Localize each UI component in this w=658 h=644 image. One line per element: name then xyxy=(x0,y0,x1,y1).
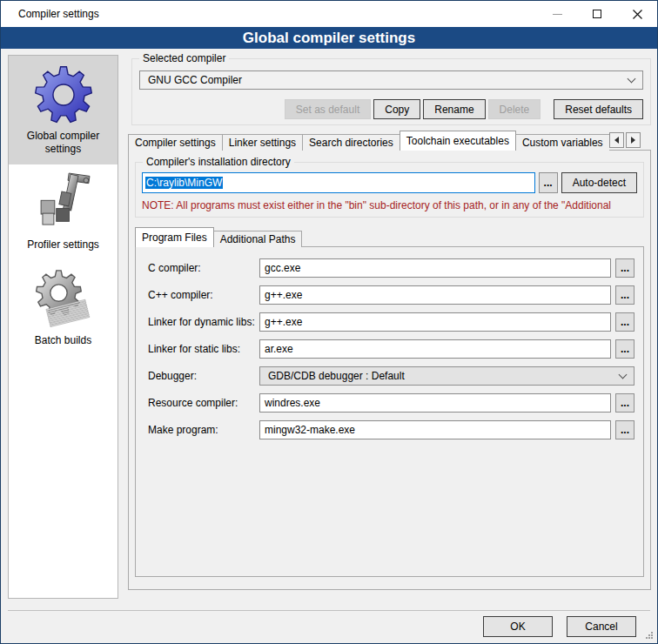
rename-button[interactable]: Rename xyxy=(423,99,485,119)
field-input-cpp-compiler[interactable]: g++.exe xyxy=(259,285,611,305)
ok-button[interactable]: OK xyxy=(483,616,553,637)
settings-tabbar: Compiler settingsLinker settingsSearch d… xyxy=(128,131,651,151)
install-dir-group: Compiler's installation directory C:\ray… xyxy=(135,162,644,218)
tab-scroll-right-button[interactable] xyxy=(626,132,641,148)
field-row-debugger: Debugger:GDB/CDB debugger : Default xyxy=(148,366,634,386)
minimize-icon xyxy=(553,14,562,15)
field-label: Resource compiler: xyxy=(148,397,259,409)
minimize-button[interactable] xyxy=(537,1,577,27)
browse-button[interactable]: ... xyxy=(615,285,634,305)
tab-toolchain-executables[interactable]: Toolchain executables xyxy=(400,131,516,151)
field-label: C compiler: xyxy=(148,262,259,274)
field-label: Linker for static libs: xyxy=(148,343,259,355)
maximize-icon xyxy=(593,10,601,18)
arrow-right-icon xyxy=(631,137,635,144)
browse-button[interactable]: ... xyxy=(615,420,634,439)
sidebar-item-global-compiler-settings[interactable]: Global compiler settings xyxy=(9,56,118,164)
browse-button[interactable]: ... xyxy=(615,393,634,413)
browse-button[interactable]: ... xyxy=(615,258,634,278)
window-title: Compiler settings xyxy=(1,8,99,20)
tab-linker-settings[interactable]: Linker settings xyxy=(222,134,303,151)
field-label: Debugger: xyxy=(148,370,259,382)
tab-scroll-left-button[interactable] xyxy=(609,132,624,148)
maximize-button[interactable] xyxy=(577,1,617,27)
browse-button[interactable]: ... xyxy=(615,339,634,359)
program-files-panel: C compiler:gcc.exe...C++ compiler:g++.ex… xyxy=(135,246,644,577)
field-label: Linker for dynamic libs: xyxy=(148,316,259,328)
sidebar-item-profiler-settings[interactable]: Profiler settings xyxy=(9,164,118,260)
field-row-linker-dynamic: Linker for dynamic libs:g++.exe... xyxy=(148,312,634,332)
install-dir-browse-button[interactable]: ... xyxy=(539,172,558,193)
tab-additional-paths[interactable]: Additional Paths xyxy=(213,231,303,247)
sidebar: Global compiler settings Profiler settin… xyxy=(8,55,118,599)
page-title: Global compiler settings xyxy=(1,27,657,49)
field-row-make-program: Make program:mingw32-make.exe... xyxy=(148,420,634,439)
compiler-select[interactable]: GNU GCC Compiler xyxy=(139,70,643,90)
gear-stack-icon xyxy=(31,267,96,332)
autodetect-button[interactable]: Auto-detect xyxy=(561,172,637,193)
close-button[interactable] xyxy=(617,1,657,27)
chevron-down-icon xyxy=(619,370,628,379)
sidebar-item-label: Profiler settings xyxy=(10,238,116,252)
program-files-tabbar: Program FilesAdditional Paths xyxy=(135,228,301,247)
install-dir-note: NOTE: All programs must exist either in … xyxy=(142,199,642,211)
copy-button[interactable]: Copy xyxy=(373,99,420,119)
set-as-default-button: Set as default xyxy=(285,99,371,119)
gear-blue-icon xyxy=(31,63,96,127)
close-icon xyxy=(633,10,642,19)
field-input-make-program[interactable]: mingw32-make.exe xyxy=(259,420,611,439)
field-label: C++ compiler: xyxy=(148,289,259,301)
compiler-settings-dialog: Compiler settings Global compiler settin… xyxy=(0,0,658,644)
field-input-resource-compiler[interactable]: windres.exe xyxy=(259,393,611,413)
field-input-linker-dynamic[interactable]: g++.exe xyxy=(259,312,611,332)
arrow-left-icon xyxy=(614,137,619,144)
delete-button: Delete xyxy=(488,99,541,119)
tab-scroll-arrows xyxy=(609,132,641,148)
field-label: Make program: xyxy=(148,424,259,436)
resize-grip-icon[interactable] xyxy=(651,637,653,639)
field-input-linker-static[interactable]: ar.exe xyxy=(259,339,611,359)
footer-buttons: OK Cancel xyxy=(483,616,636,637)
field-select-value: GDB/CDB debugger : Default xyxy=(268,370,620,382)
tab-search-directories[interactable]: Search directories xyxy=(302,134,400,151)
sidebar-item-label: Global compiler settings xyxy=(10,130,116,156)
field-row-resource-compiler: Resource compiler:windres.exe... xyxy=(148,393,634,413)
tab-custom-variables[interactable]: Custom variables xyxy=(515,134,609,151)
titlebar: Compiler settings xyxy=(1,1,657,27)
reset-defaults-button[interactable]: Reset defaults xyxy=(554,99,643,119)
browse-button[interactable]: ... xyxy=(615,312,634,332)
compiler-select-value: GNU GCC Compiler xyxy=(148,74,628,86)
install-dir-group-label: Compiler's installation directory xyxy=(143,156,294,168)
toolchain-executables-page: Compiler's installation directory C:\ray… xyxy=(128,150,651,590)
selected-compiler-group-label: Selected compiler xyxy=(139,52,229,64)
field-row-linker-static: Linker for static libs:ar.exe... xyxy=(148,339,634,359)
install-dir-selected-text: C:\raylib\MinGW xyxy=(145,177,223,189)
cancel-button[interactable]: Cancel xyxy=(567,616,636,637)
field-select-debugger[interactable]: GDB/CDB debugger : Default xyxy=(259,366,634,386)
install-dir-row: C:\raylib\MinGW ... Auto-detect xyxy=(142,172,637,193)
sidebar-item-label: Batch builds xyxy=(10,334,116,347)
install-dir-input[interactable]: C:\raylib\MinGW xyxy=(142,172,535,193)
sidebar-item-batch-builds[interactable]: Batch builds xyxy=(9,260,118,356)
compiler-buttons-row: Set as defaultCopyRenameDeleteReset defa… xyxy=(285,99,643,119)
selected-compiler-group: Selected compiler GNU GCC Compiler Set a… xyxy=(131,58,651,125)
window-controls xyxy=(537,1,657,27)
tabs-clip: Compiler settingsLinker settingsSearch d… xyxy=(128,131,609,151)
chevron-down-icon xyxy=(628,74,636,83)
tab-compiler-settings[interactable]: Compiler settings xyxy=(128,134,223,151)
profiler-caliper-icon xyxy=(31,171,96,236)
field-row-cpp-compiler: C++ compiler:g++.exe... xyxy=(148,285,634,305)
field-input-c-compiler[interactable]: gcc.exe xyxy=(259,258,611,278)
tab-program-files[interactable]: Program Files xyxy=(135,227,214,247)
footer-divider xyxy=(8,610,650,611)
field-row-c-compiler: C compiler:gcc.exe... xyxy=(148,258,634,278)
